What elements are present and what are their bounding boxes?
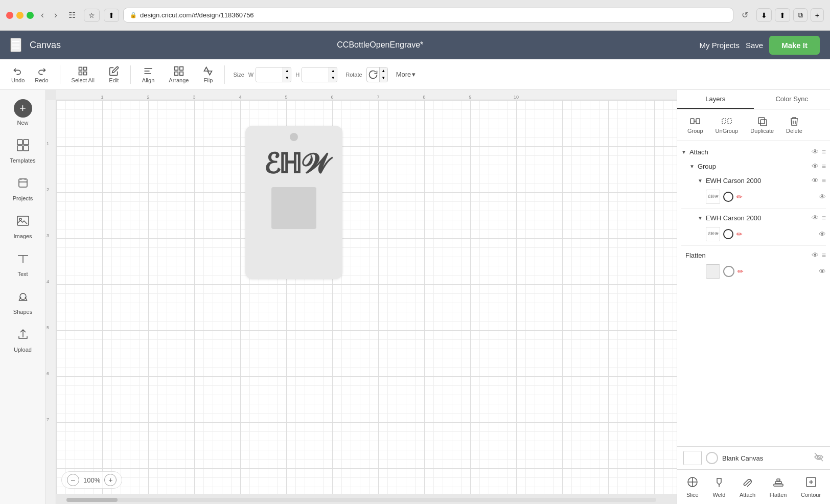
attach-menu[interactable]: ≡: [822, 148, 826, 156]
make-it-button[interactable]: Make It: [769, 36, 820, 55]
hamburger-menu[interactable]: ☰: [10, 38, 21, 52]
rotate-decrease[interactable]: ▼: [379, 75, 387, 82]
group-button[interactable]: Group: [683, 113, 707, 136]
ewh1-eye[interactable]: 👁: [812, 176, 819, 185]
layer-attach[interactable]: ▼ Attach 👁 ≡: [677, 145, 830, 159]
zoom-in-button[interactable]: +: [104, 474, 117, 486]
scrollbar-thumb[interactable]: [66, 498, 118, 502]
address-bar[interactable]: 🔒 design.cricut.com/#/design/118360756: [123, 8, 733, 22]
zoom-out-button[interactable]: –: [67, 474, 79, 486]
ungroup-button[interactable]: UnGroup: [711, 113, 743, 136]
tag-monogram: ℰℍ𝒲: [264, 150, 325, 178]
attach-eye[interactable]: 👁: [812, 148, 819, 156]
horizontal-scrollbar[interactable]: [66, 498, 656, 502]
my-projects-button[interactable]: My Projects: [700, 41, 740, 50]
tab-color-sync[interactable]: Color Sync: [754, 90, 831, 109]
download-button[interactable]: ⬇: [756, 8, 772, 22]
sidebar-item-text[interactable]: Text: [3, 246, 43, 282]
ewh1-toggle[interactable]: ▼: [698, 178, 703, 184]
height-decrease[interactable]: ▼: [329, 75, 337, 82]
ewh2-toggle[interactable]: ▼: [698, 215, 703, 221]
width-decrease[interactable]: ▼: [283, 75, 291, 82]
group-label: Group: [698, 163, 809, 170]
select-all-button[interactable]: Select All: [68, 64, 98, 85]
pip-button[interactable]: ⧉: [793, 8, 808, 22]
undo-button[interactable]: Undo: [8, 64, 28, 85]
rotate-icon-btn[interactable]: [367, 68, 379, 81]
ewh2-menu[interactable]: ≡: [822, 214, 826, 222]
tag-rect: [271, 187, 316, 229]
separator-layer-1: [681, 208, 826, 209]
flatten-menu[interactable]: ≡: [822, 251, 826, 259]
contour-tool[interactable]: Contour: [797, 474, 825, 500]
canvas-visibility-icon[interactable]: [814, 452, 824, 464]
width-increase[interactable]: ▲: [283, 67, 291, 75]
canvas-grid[interactable]: ℰℍ𝒲: [56, 100, 677, 494]
ewh2-pencil-icon[interactable]: ✏: [736, 230, 743, 238]
align-button[interactable]: Align: [139, 64, 157, 85]
sidebar-item-images[interactable]: Images: [3, 209, 43, 244]
ewh2-thumb-eye[interactable]: 👁: [819, 230, 826, 238]
ewh1-menu[interactable]: ≡: [822, 176, 826, 185]
fullscreen-button[interactable]: [27, 12, 34, 19]
sidebar-item-upload[interactable]: Upload: [3, 322, 43, 358]
bottle-tag[interactable]: ℰℍ𝒲: [245, 126, 342, 279]
blank-canvas-thumb: [683, 451, 702, 465]
share-ext-button[interactable]: ⬆: [775, 8, 790, 22]
layer-ewh-1[interactable]: ▼ EWH Carson 2000 👁 ≡: [694, 173, 830, 188]
canvas-area[interactable]: 1 2 3 4 5 6 7 8 9 10 1 2 3 4 5 6 7 ℰℍ𝒲: [46, 90, 677, 504]
flatten-thumb-circle: [723, 266, 734, 277]
panel-tabs: Layers Color Sync: [677, 90, 830, 109]
weld-tool[interactable]: Weld: [708, 474, 729, 500]
plus-button[interactable]: +: [811, 8, 824, 22]
flatten-eye[interactable]: 👁: [812, 251, 819, 259]
group-eye[interactable]: 👁: [812, 162, 819, 170]
height-increase[interactable]: ▲: [329, 67, 337, 75]
sidebar-toggle-button[interactable]: ☷: [64, 8, 80, 22]
arrange-button[interactable]: Arrange: [166, 64, 192, 85]
flatten-pencil-icon[interactable]: ✏: [737, 267, 744, 276]
width-input[interactable]: [256, 67, 283, 82]
close-button[interactable]: [6, 12, 13, 19]
sidebar-item-new[interactable]: + New: [3, 94, 43, 131]
attach-toggle[interactable]: ▼: [681, 149, 686, 155]
ewh2-eye[interactable]: 👁: [812, 214, 819, 222]
panel-toolbar: Group UnGroup Duplicate Delete: [677, 109, 830, 141]
group-menu[interactable]: ≡: [822, 162, 826, 170]
group-toggle[interactable]: ▼: [689, 164, 695, 169]
save-button[interactable]: Save: [746, 41, 763, 50]
more-button[interactable]: More ▾: [396, 71, 416, 78]
delete-button[interactable]: Delete: [782, 113, 806, 136]
redo-button[interactable]: Redo: [32, 64, 51, 85]
sidebar-item-templates[interactable]: Templates: [3, 133, 43, 169]
layer-group[interactable]: ▼ Group 👁 ≡: [685, 159, 830, 173]
minimize-button[interactable]: [16, 12, 24, 19]
forward-button[interactable]: ›: [51, 8, 60, 22]
back-button[interactable]: ‹: [38, 8, 47, 22]
sidebar-item-projects[interactable]: Projects: [3, 171, 43, 207]
shapes-icon: [16, 289, 30, 307]
project-title: CCBottleOpenEngrave*: [61, 40, 700, 50]
attach-tool[interactable]: Attach: [735, 474, 759, 500]
height-input[interactable]: [302, 67, 329, 82]
layer-flatten[interactable]: Flatten 👁 ≡: [677, 248, 830, 262]
bookmark-button[interactable]: ☆: [84, 9, 100, 22]
ewh1-pencil-icon[interactable]: ✏: [736, 193, 743, 201]
tab-layers[interactable]: Layers: [677, 90, 754, 109]
slice-tool[interactable]: Slice: [682, 474, 703, 500]
reload-button[interactable]: ↺: [737, 8, 752, 22]
duplicate-button[interactable]: Duplicate: [746, 113, 778, 136]
flatten-tool[interactable]: Flatten: [766, 474, 791, 500]
rotate-increase[interactable]: ▲: [379, 67, 387, 75]
layer-ewh-2[interactable]: ▼ EWH Carson 2000 👁 ≡: [694, 211, 830, 225]
ewh1-thumb-eye[interactable]: 👁: [819, 193, 826, 201]
sidebar-item-shapes[interactable]: Shapes: [3, 284, 43, 320]
share-button[interactable]: ⬆: [104, 9, 119, 22]
flatten-thumb-eye[interactable]: 👁: [819, 267, 826, 276]
flip-button[interactable]: Flip: [200, 64, 216, 85]
svg-rect-36: [775, 482, 781, 484]
lock-icon: 🔒: [130, 12, 137, 18]
separator-3: [224, 65, 225, 84]
edit-button[interactable]: Edit: [106, 64, 122, 85]
upload-icon: [16, 327, 30, 345]
